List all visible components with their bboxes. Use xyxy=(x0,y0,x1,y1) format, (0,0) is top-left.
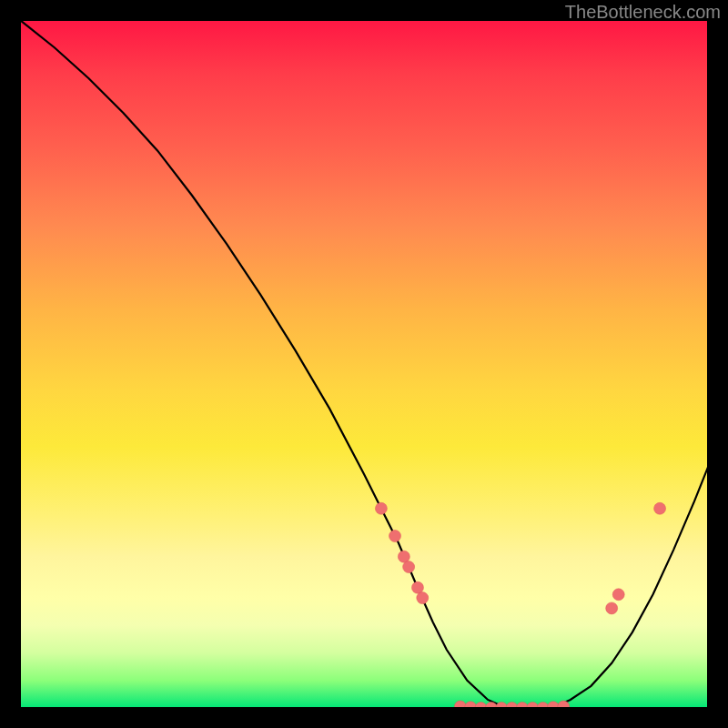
data-marker xyxy=(527,703,539,709)
data-marker xyxy=(375,502,387,514)
chart-svg xyxy=(20,20,708,708)
data-marker xyxy=(537,703,549,709)
data-marker xyxy=(506,703,518,709)
data-marker xyxy=(454,701,466,708)
curve-line xyxy=(20,20,708,708)
data-marker xyxy=(606,602,618,614)
data-marker xyxy=(389,531,401,542)
data-marker xyxy=(496,703,508,709)
data-marker xyxy=(654,502,666,514)
data-marker xyxy=(612,589,624,601)
data-marker xyxy=(398,551,410,562)
plot-area xyxy=(20,20,708,708)
data-marker xyxy=(465,702,477,708)
data-marker xyxy=(475,703,487,709)
data-marker xyxy=(547,702,559,708)
watermark-text: TheBottleneck.com xyxy=(565,2,721,23)
data-marker xyxy=(403,561,415,573)
data-marker xyxy=(516,703,528,709)
data-marker xyxy=(411,581,423,593)
marker-group xyxy=(375,502,665,708)
data-marker xyxy=(417,592,429,604)
